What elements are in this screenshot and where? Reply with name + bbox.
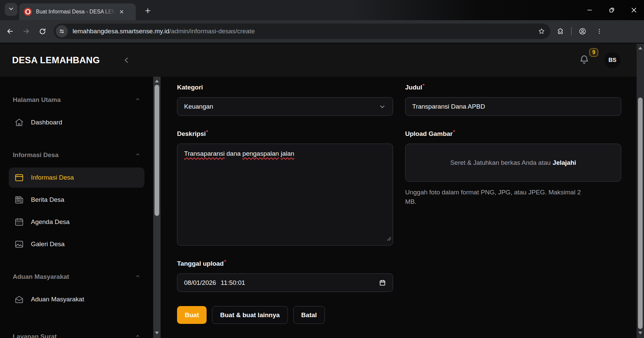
new-tab-button[interactable]	[142, 5, 154, 17]
sidebar-section-informasi-desa[interactable]: Informasi Desa	[9, 151, 144, 159]
url-text[interactable]: lemahbangdesa.smartsense.my.id/admin/inf…	[73, 28, 535, 35]
judul-value: Transparansi Dana APBD	[412, 103, 485, 110]
user-avatar[interactable]: BS	[604, 52, 620, 68]
photo-icon	[14, 239, 24, 249]
address-bar[interactable]: lemahbangdesa.smartsense.my.id/admin/inf…	[54, 24, 550, 39]
url-domain: lemahbangdesa.smartsense.my.id	[73, 28, 169, 35]
judul-input[interactable]: Transparansi Dana APBD	[405, 97, 621, 116]
sidebar-item-aduan-masyarakat[interactable]: Aduan Masyarakat	[9, 289, 144, 309]
buat-dan-buat-lainnya-button[interactable]: Buat & buat lainnya	[212, 306, 288, 324]
tanggal-upload-input[interactable]: 08/01/202611:50:01	[177, 273, 393, 292]
newspaper-icon	[14, 195, 24, 205]
sidebar-item-label: Aduan Masyarakat	[31, 296, 84, 303]
sidebar-section-aduan-masyarakat[interactable]: Aduan Masyarakat	[9, 273, 144, 280]
brand-title: DESA LEMAHBANG	[12, 55, 100, 66]
forward-button[interactable]	[19, 25, 33, 38]
scroll-up-icon[interactable]	[638, 46, 643, 52]
sidebar-item-label: Berita Desa	[31, 196, 64, 203]
section-label: Aduan Masyarakat	[13, 273, 69, 280]
kategori-value: Keuangan	[184, 103, 213, 110]
back-button[interactable]	[3, 25, 17, 38]
upload-helper-text: Unggah foto dalam format PNG, JPG, atau …	[405, 188, 621, 206]
file-dropzone[interactable]: Seret & Jatuhkan berkas Anda atau Jelaja…	[405, 144, 621, 182]
tab-title: Buat Informasi Desa - DESA LEM	[36, 9, 117, 15]
chevron-up-icon	[135, 273, 140, 280]
chevron-down-icon	[379, 103, 386, 110]
date-picker-icon[interactable]	[379, 279, 386, 286]
sidebar-scrollbar[interactable]	[153, 77, 161, 338]
required-mark: *	[423, 82, 425, 88]
chevron-up-icon	[135, 96, 140, 104]
kategori-label: Kategori	[177, 83, 393, 91]
sidebar-item-dashboard[interactable]: Dashboard	[9, 112, 144, 133]
calendar-icon	[14, 217, 24, 227]
site-settings-icon[interactable]	[56, 25, 68, 37]
field-kategori: Kategori Keuangan	[177, 83, 393, 116]
required-mark: *	[206, 129, 208, 135]
create-informasi-desa-form: Kategori Keuangan Judul* Transparansi Da…	[161, 77, 637, 338]
browse-link[interactable]: Jelajahi	[553, 159, 576, 166]
chevron-up-icon	[135, 151, 140, 159]
window-controls	[584, 2, 639, 18]
field-deskripsi: Deskripsi* Transaparansi dana pengaspala…	[177, 130, 393, 246]
scroll-down-icon[interactable]	[638, 331, 643, 337]
sidebar-collapse-button[interactable]	[121, 54, 133, 66]
extensions-icon[interactable]	[554, 25, 566, 37]
bookmark-star-icon[interactable]	[535, 25, 548, 37]
sidebar: Halaman Utama Dashboard Informasi Desa I…	[0, 77, 153, 338]
browser-tab[interactable]: Buat Informasi Desa - DESA LEM	[19, 3, 136, 20]
profile-icon[interactable]	[576, 25, 589, 37]
batal-button[interactable]: Batal	[293, 306, 325, 324]
section-label: Halaman Utama	[13, 96, 61, 104]
restore-button[interactable]	[606, 5, 617, 15]
section-label: Layanan Surat	[13, 333, 57, 338]
sidebar-item-berita-desa[interactable]: Berita Desa	[9, 190, 144, 210]
sidebar-section-halaman-utama[interactable]: Halaman Utama	[9, 96, 144, 104]
chevron-up-icon	[135, 333, 140, 338]
upload-gambar-label: Upload Gambar*	[405, 130, 621, 138]
scrollbar-thumb[interactable]	[638, 98, 643, 329]
reload-button[interactable]	[36, 25, 49, 38]
plus-icon	[144, 7, 152, 16]
site-favicon-icon	[24, 8, 32, 16]
browser-window: Buat Informasi Desa - DESA LEM	[0, 0, 644, 338]
scrollbar-thumb[interactable]	[155, 85, 159, 216]
notification-count-badge: 9	[589, 48, 598, 57]
field-upload-gambar: Upload Gambar* Seret & Jatuhkan berkas A…	[405, 130, 621, 246]
sidebar-item-label: Agenda Desa	[31, 218, 70, 226]
page-scrollbar[interactable]	[637, 44, 644, 338]
required-mark: *	[224, 259, 226, 264]
menu-dots-icon[interactable]	[593, 25, 605, 37]
tanggal-upload-value: 08/01/202611:50:01	[184, 279, 245, 287]
tab-strip: Buat Informasi Desa - DESA LEM	[0, 0, 644, 20]
tab-search-button[interactable]	[5, 3, 17, 16]
url-path: /admin/informasi-desas/create	[169, 28, 255, 35]
buat-button[interactable]: Buat	[177, 306, 207, 324]
tanggal-upload-label: Tanggal upload*	[177, 260, 393, 267]
dropzone-text: Seret & Jatuhkan berkas Anda atau	[450, 159, 551, 166]
resize-handle[interactable]	[386, 234, 391, 243]
deskripsi-value: Transaparansi dana pengaspalan jalan	[184, 149, 294, 158]
sidebar-item-galeri-desa[interactable]: Galeri Desa	[9, 234, 144, 254]
field-tanggal-upload: Tanggal upload* 08/01/202611:50:01	[177, 260, 393, 292]
browser-toolbar: lemahbangdesa.smartsense.my.id/admin/inf…	[0, 20, 644, 43]
section-label: Informasi Desa	[13, 151, 58, 159]
kategori-select[interactable]: Keuangan	[177, 97, 393, 116]
scroll-up-icon[interactable]	[154, 79, 160, 85]
notifications-button[interactable]: 9	[577, 53, 591, 67]
sidebar-item-agenda-desa[interactable]: Agenda Desa	[9, 212, 144, 232]
minimize-button[interactable]	[584, 5, 595, 15]
sidebar-item-label: Dashboard	[31, 119, 62, 126]
sidebar-section-layanan-surat[interactable]: Layanan Surat	[9, 333, 144, 338]
sidebar-item-informasi-desa[interactable]: Informasi Desa	[9, 167, 144, 188]
deskripsi-textarea[interactable]: Transaparansi dana pengaspalan jalan	[177, 144, 393, 246]
sidebar-item-label: Galeri Desa	[31, 240, 65, 248]
envelope-open-icon	[14, 294, 24, 304]
required-mark: *	[453, 129, 455, 135]
tab-close-icon[interactable]	[117, 7, 126, 16]
scroll-down-icon[interactable]	[154, 331, 160, 337]
sidebar-item-label: Informasi Desa	[31, 174, 74, 181]
browser-window-icon	[14, 173, 24, 183]
judul-label: Judul*	[405, 83, 621, 91]
close-window-button[interactable]	[629, 5, 639, 15]
